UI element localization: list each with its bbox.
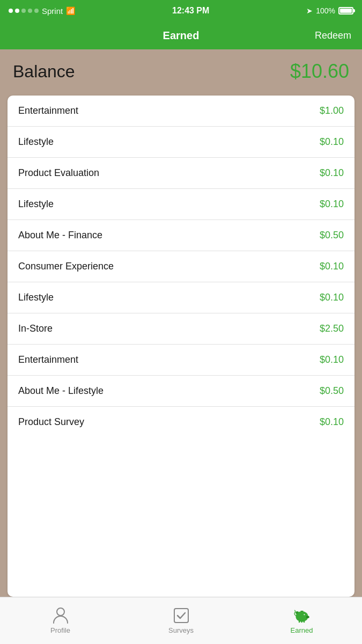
transaction-amount: $0.50: [320, 385, 344, 397]
nav-bar: Earned Redeem: [0, 21, 362, 49]
transaction-amount: $0.10: [320, 136, 344, 148]
tab-earned[interactable]: Earned: [242, 607, 361, 634]
svg-rect-10: [298, 621, 300, 623]
transaction-label: In-Store: [18, 323, 53, 334]
battery-fill: [340, 9, 352, 13]
transaction-row[interactable]: Entertainment$0.10: [8, 345, 354, 376]
battery-percentage: 100%: [316, 6, 335, 15]
tab-earned-label: Earned: [291, 626, 313, 634]
transaction-row[interactable]: In-Store$2.50: [8, 313, 354, 345]
signal-dot-1: [9, 9, 13, 13]
svg-point-6: [307, 617, 307, 617]
svg-rect-1: [174, 609, 188, 623]
transaction-amount: $0.10: [320, 167, 344, 179]
transaction-label: Product Survey: [18, 416, 84, 428]
svg-point-7: [307, 617, 308, 617]
svg-rect-11: [301, 621, 302, 623]
svg-rect-12: [303, 621, 305, 623]
transaction-row[interactable]: About Me - Finance$0.50: [8, 220, 354, 251]
status-time: 12:43 PM: [172, 6, 209, 16]
svg-point-5: [306, 616, 309, 618]
status-left: Sprint 📶: [9, 6, 75, 16]
wifi-icon: 📶: [66, 6, 75, 15]
battery-icon: [338, 7, 353, 14]
transaction-label: Lifestyle: [18, 199, 54, 210]
transaction-row[interactable]: Product Evaluation$0.10: [8, 158, 354, 189]
transaction-label: About Me - Finance: [18, 230, 102, 241]
signal-dots: [9, 9, 39, 13]
piggy-icon: [293, 607, 311, 624]
transaction-amount: $0.10: [320, 199, 344, 210]
nav-title: Earned: [163, 30, 200, 42]
transaction-label: Lifestyle: [18, 136, 54, 148]
svg-point-4: [296, 612, 298, 613]
signal-dot-2: [15, 9, 19, 13]
transaction-label: Lifestyle: [18, 292, 54, 303]
transaction-label: Entertainment: [18, 354, 78, 365]
transaction-label: About Me - Lifestyle: [18, 385, 104, 397]
transaction-amount: $0.10: [320, 354, 344, 365]
transaction-label: Consumer Experience: [18, 261, 114, 272]
transaction-amount: $0.50: [320, 230, 344, 241]
carrier-label: Sprint: [42, 6, 63, 16]
transaction-row[interactable]: Consumer Experience$0.10: [8, 251, 354, 282]
status-right: ➤ 100%: [306, 6, 353, 15]
transaction-amount: $2.50: [320, 323, 344, 334]
signal-dot-3: [21, 9, 26, 13]
transaction-amount: $0.10: [320, 292, 344, 303]
transactions-list: Entertainment$1.00Lifestyle$0.10Product …: [8, 96, 354, 597]
svg-point-8: [304, 614, 305, 615]
transaction-row[interactable]: Lifestyle$0.10: [8, 189, 354, 220]
redeem-button[interactable]: Redeem: [315, 30, 351, 41]
transaction-amount: $0.10: [320, 416, 344, 428]
svg-rect-9: [300, 611, 303, 611]
transaction-row[interactable]: Product Survey$0.10: [8, 407, 354, 437]
tab-surveys[interactable]: Surveys: [121, 607, 241, 634]
transaction-amount: $1.00: [320, 105, 344, 116]
tab-bar: Profile Surveys: [0, 597, 362, 644]
transaction-amount: $0.10: [320, 261, 344, 272]
tab-profile[interactable]: Profile: [1, 607, 120, 634]
transaction-row[interactable]: Entertainment$1.00: [8, 96, 354, 127]
transaction-row[interactable]: Lifestyle$0.10: [8, 127, 354, 158]
svg-point-0: [57, 608, 64, 616]
status-bar: Sprint 📶 12:43 PM ➤ 100%: [0, 0, 362, 21]
tab-surveys-label: Surveys: [168, 626, 194, 634]
signal-dot-5: [34, 9, 39, 13]
transaction-row[interactable]: About Me - Lifestyle$0.50: [8, 376, 354, 407]
surveys-icon: [173, 607, 190, 624]
balance-label: Balance: [13, 62, 75, 82]
tab-profile-label: Profile: [50, 626, 70, 634]
balance-section: Balance $10.60: [0, 49, 362, 96]
location-icon: ➤: [306, 6, 313, 15]
profile-icon: [52, 607, 69, 624]
transaction-label: Entertainment: [18, 105, 78, 116]
transaction-row[interactable]: Lifestyle$0.10: [8, 282, 354, 313]
signal-dot-4: [28, 9, 32, 13]
transaction-label: Product Evaluation: [18, 167, 99, 179]
balance-amount: $10.60: [290, 60, 349, 83]
